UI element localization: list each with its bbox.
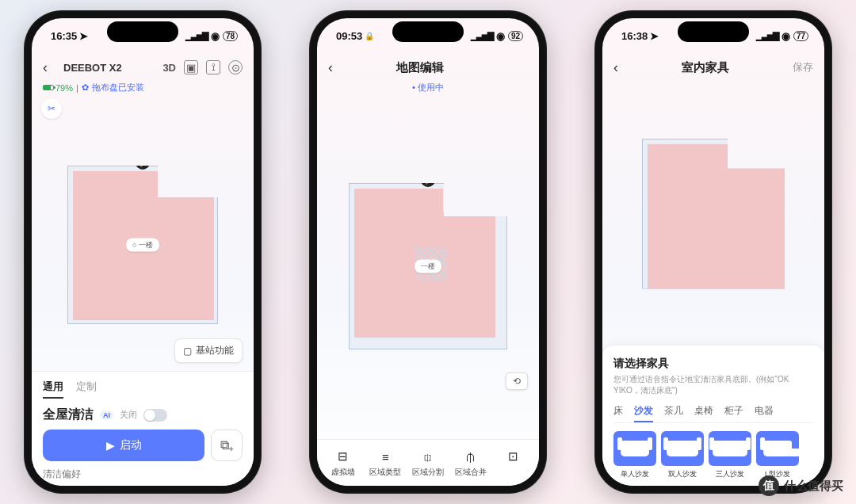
nav-area-split[interactable]: ⎅区域分割 (409, 449, 447, 478)
item-label: 三人沙发 (716, 469, 744, 479)
cat-coffee-table[interactable]: 茶几 (664, 404, 683, 418)
map-area[interactable]: ⚡ 一楼 ⟲ (317, 94, 539, 439)
map-area[interactable]: ⚡ (602, 82, 824, 346)
watermark: 值 什么值得买 (759, 475, 843, 496)
divider: | (76, 83, 78, 93)
furniture-items: 单人沙发 双人沙发 三人沙发 L型沙发 (613, 431, 813, 479)
clean-mode-row: 全屋清洁 AI 关闭 (43, 407, 243, 423)
page-title: 室内家具 (682, 60, 729, 75)
floorplan[interactable]: ⚡ ○ 一楼 (67, 166, 218, 324)
furniture-panel: 请选择家具 您可通过语音指令让地宝清洁家具底部。(例如"OK YIKO，清洁床底… (602, 346, 824, 486)
camera-icon[interactable]: ▣ (184, 60, 198, 74)
map-area[interactable]: ⚡ ○ 一楼 ▢ 基站功能 (32, 119, 254, 371)
room (162, 195, 214, 242)
nav-label: 区域分割 (412, 467, 444, 478)
area-split-icon: ⎅ (424, 449, 431, 464)
device-status-row: 79% | ✿ 拖布盘已安装 (32, 82, 254, 94)
panel-subtitle: 您可通过语音指令让地宝清洁家具底部。(例如"OK YIKO，清洁床底") (613, 374, 813, 396)
back-icon[interactable]: ‹ (43, 59, 59, 76)
mop-status-text: 拖布盘已安装 (92, 82, 144, 94)
map-rotate-button[interactable]: ⟲ (506, 372, 528, 390)
area-type-icon: ≡ (382, 449, 389, 464)
save-button[interactable]: 保存 (781, 60, 813, 74)
item-double-sofa[interactable]: 双人沙发 (661, 431, 704, 479)
signal-icon: ▁▃▅▇ (756, 31, 778, 41)
cat-cabinet[interactable]: 柜子 (724, 404, 743, 418)
mop-status-icon: ✿ (82, 82, 89, 93)
settings-icon[interactable]: ⊙ (228, 60, 243, 74)
furniture-categories: 床 沙发 茶几 桌椅 柜子 电器 (613, 404, 813, 423)
screen-map-edit: 09:53 🔒 ▁▃▅▇ ◉ 92 ‹ 地图编辑 • 使用中 ⚡ 一楼 (317, 18, 539, 486)
phone-1: 16:35 ➤ ▁▃▅▇ ◉ 78 ‹ DEEBOT X2 3D ▣ ⟟ ⊙ 7… (24, 10, 262, 494)
virtual-wall-icon: ⊟ (338, 449, 348, 464)
charger-pin-icon: ⚡ (421, 173, 435, 187)
ai-toggle[interactable] (143, 409, 167, 422)
item-triple-sofa[interactable]: 三人沙发 (709, 431, 751, 479)
sofa-icon (621, 441, 649, 456)
tab-general[interactable]: 通用 (43, 380, 63, 399)
battery-icon (43, 85, 54, 90)
wifi-icon: ◉ (496, 30, 505, 42)
device-title: DEEBOT X2 (63, 62, 122, 74)
panel-title: 请选择家具 (613, 357, 813, 371)
play-icon: ▶ (106, 439, 115, 452)
app-header: ‹ DEEBOT X2 3D ▣ ⟟ ⊙ (32, 53, 254, 82)
map-icon[interactable]: ⟟ (206, 60, 220, 74)
phone-2: 09:53 🔒 ▁▃▅▇ ◉ 92 ‹ 地图编辑 • 使用中 ⚡ 一楼 (309, 10, 547, 494)
start-label: 启动 (120, 438, 142, 452)
cat-appliance[interactable]: 电器 (755, 404, 774, 418)
wifi-icon: ◉ (781, 30, 790, 42)
floorplan[interactable]: ⚡ (642, 139, 785, 289)
floorplan[interactable]: ⚡ 一楼 (349, 183, 507, 349)
nav-label: 虚拟墙 (331, 467, 355, 478)
room (736, 168, 789, 216)
cat-bed[interactable]: 床 (613, 404, 623, 418)
nav-area-type[interactable]: ≡区域类型 (366, 449, 404, 478)
item-label: 双人沙发 (668, 469, 697, 479)
nav-virtual-wall[interactable]: ⊟虚拟墙 (324, 449, 362, 478)
tab-custom[interactable]: 定制 (76, 380, 97, 399)
nav-label: 区域合并 (455, 467, 487, 478)
base-icon: ▢ (183, 346, 192, 357)
edit-toolbar: ⊟虚拟墙 ≡区域类型 ⎅区域分割 ⫛区域合并 ⊡ (317, 439, 539, 486)
status-time: 16:35 (51, 30, 77, 42)
notch (107, 21, 178, 42)
signal-icon: ▁▃▅▇ (185, 31, 208, 41)
room (443, 212, 495, 260)
signal-icon: ▁▃▅▇ (471, 31, 493, 41)
notch (678, 21, 749, 42)
status-time: 09:53 (336, 30, 362, 42)
wifi-icon: ◉ (211, 30, 220, 42)
item-l-sofa[interactable]: L型沙发 (756, 431, 799, 479)
page-title: 地图编辑 (396, 60, 444, 75)
start-button[interactable]: ▶ 启动 (43, 430, 204, 461)
battery-pill: 77 (793, 31, 808, 41)
base-station-button[interactable]: ▢ 基站功能 (174, 338, 243, 363)
mode-3d-button[interactable]: 3D (162, 62, 176, 74)
nav-area-merge[interactable]: ⫛区域合并 (452, 449, 490, 478)
back-icon[interactable]: ‹ (328, 59, 344, 76)
phone-3: 16:38 ➤ ▁▃▅▇ ◉ 77 ‹ 室内家具 保存 ⚡ 请选择家具 (594, 10, 832, 494)
charger-pin-icon: ⚡ (751, 128, 766, 143)
item-single-sofa[interactable]: 单人沙发 (613, 431, 656, 479)
cat-table-chair[interactable]: 桌椅 (694, 404, 713, 418)
back-icon[interactable]: ‹ (613, 59, 629, 76)
notch (392, 21, 464, 42)
floor-label[interactable]: 一楼 (415, 260, 441, 273)
sofa-icon (667, 441, 698, 456)
screen-furniture: 16:38 ➤ ▁▃▅▇ ◉ 77 ‹ 室内家具 保存 ⚡ 请选择家具 (602, 18, 824, 486)
cat-sofa[interactable]: 沙发 (634, 404, 653, 418)
nav-more[interactable]: ⊡ (494, 449, 532, 478)
clean-title: 全屋清洁 (43, 407, 94, 423)
add-task-button[interactable]: ⧉₊ (211, 430, 243, 461)
clean-preference-link[interactable]: 清洁偏好 (43, 468, 243, 481)
screen-deebot-home: 16:35 ➤ ▁▃▅▇ ◉ 78 ‹ DEEBOT X2 3D ▣ ⟟ ⊙ 7… (32, 18, 254, 486)
ai-off-text: 关闭 (120, 409, 137, 421)
charger-pin-icon: ⚡ (136, 155, 150, 170)
map-status-tag: • 使用中 (317, 82, 539, 94)
tool-bubble-button[interactable]: ✂ (41, 98, 62, 119)
floor-label[interactable]: ○ 一楼 (126, 239, 159, 252)
sofa-icon (713, 441, 747, 456)
location-icon: ➤ (650, 30, 659, 42)
sofa-icon (763, 441, 792, 456)
